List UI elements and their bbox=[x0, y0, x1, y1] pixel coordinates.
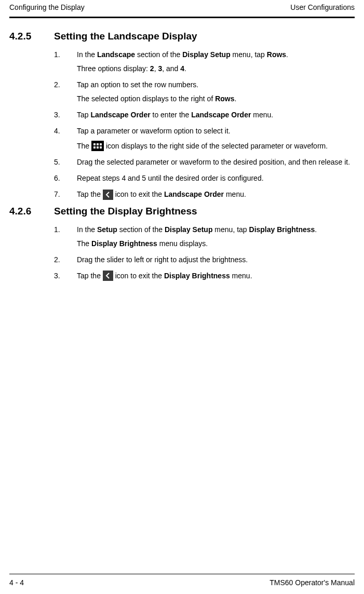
text-bold: Display Brightness bbox=[249, 225, 315, 234]
footer-manual-title: TMS60 Operator's Manual bbox=[269, 578, 355, 587]
text: icon to exit the bbox=[113, 190, 164, 198]
text: . bbox=[235, 95, 237, 103]
step-body: Tap Landscape Order to enter the Landsca… bbox=[77, 110, 355, 120]
text: menu, tap bbox=[231, 50, 267, 59]
step-7: 7. Tap the icon to exit the Landscape Or… bbox=[54, 189, 355, 200]
section-425-heading: 4.2.5 Setting the Landscape Display bbox=[9, 31, 355, 42]
text-bold: Setup bbox=[97, 225, 117, 234]
step-1: 1. In the Setup section of the Display S… bbox=[54, 224, 355, 249]
step-number: 4. bbox=[54, 126, 77, 152]
text-bold: Rows bbox=[215, 95, 234, 103]
text-bold: Display Setup bbox=[182, 50, 231, 59]
text: menu. bbox=[230, 272, 252, 280]
text-bold: 2 bbox=[150, 64, 154, 73]
text-bold: 4 bbox=[180, 64, 184, 73]
text: menu. bbox=[224, 190, 246, 198]
step-number: 5. bbox=[54, 157, 77, 168]
step-3: 3. Tap the icon to exit the Display Brig… bbox=[54, 271, 355, 281]
step-body: In the Setup section of the Display Setu… bbox=[77, 224, 355, 249]
step-2: 2. Tap an option to set the row numbers.… bbox=[54, 79, 355, 104]
text: Tap an option to set the row numbers. bbox=[77, 79, 355, 90]
section-number: 4.2.6 bbox=[9, 206, 54, 217]
step-number: 3. bbox=[54, 110, 77, 120]
section-426-heading: 4.2.6 Setting the Display Brightness bbox=[9, 206, 355, 217]
text-bold: Rows bbox=[267, 50, 286, 59]
text: Tap the bbox=[77, 190, 103, 198]
page-header: Configuring the Display User Configurati… bbox=[9, 0, 355, 17]
step-number: 2. bbox=[54, 254, 77, 265]
step-number: 6. bbox=[54, 173, 77, 184]
text: In the bbox=[77, 225, 97, 234]
text-bold: Landscape Order bbox=[164, 190, 224, 198]
svg-rect-2 bbox=[100, 143, 102, 145]
text: . bbox=[286, 50, 288, 59]
step-body: Drag the slider to left or right to adju… bbox=[77, 254, 355, 265]
text-bold: Landscape Order bbox=[191, 111, 251, 119]
text: menu displays. bbox=[157, 239, 208, 248]
step-number: 2. bbox=[54, 79, 77, 104]
text: Tap the bbox=[77, 272, 103, 280]
header-left: Configuring the Display bbox=[9, 3, 85, 11]
step-number: 7. bbox=[54, 189, 77, 200]
text: section of the bbox=[117, 225, 165, 234]
svg-rect-5 bbox=[100, 146, 102, 148]
step-3: 3. Tap Landscape Order to enter the Land… bbox=[54, 110, 355, 120]
section-title: Setting the Display Brightness bbox=[54, 206, 197, 217]
step-number: 1. bbox=[54, 49, 77, 74]
text-bold: Display Setup bbox=[165, 225, 213, 234]
text: . bbox=[184, 64, 186, 73]
step-body: Tap a parameter or waveform option to se… bbox=[77, 126, 355, 152]
text: menu. bbox=[251, 111, 273, 119]
text: Three options display: bbox=[77, 64, 150, 73]
step-body: Tap an option to set the row numbers. Th… bbox=[77, 79, 355, 104]
back-chevron-icon bbox=[103, 190, 113, 200]
text: icon displays to the right side of the s… bbox=[104, 142, 328, 150]
text-bold: Display Brightness bbox=[164, 272, 230, 280]
header-right: User Configurations bbox=[290, 3, 355, 11]
text: Repeat steps 4 and 5 until the desired o… bbox=[77, 173, 355, 184]
footer-rule bbox=[9, 574, 355, 574]
svg-rect-0 bbox=[93, 143, 96, 145]
text: , and bbox=[162, 64, 180, 73]
step-body: Tap the icon to exit the Display Brightn… bbox=[77, 271, 355, 281]
step-number: 1. bbox=[54, 224, 77, 249]
text: icon to exit the bbox=[113, 272, 164, 280]
text: Drag the selected parameter or waveform … bbox=[77, 157, 355, 168]
text: Drag the slider to left or right to adju… bbox=[77, 254, 355, 265]
header-rule bbox=[9, 17, 355, 18]
step-body: Drag the selected parameter or waveform … bbox=[77, 157, 355, 168]
text: The bbox=[77, 142, 91, 150]
svg-rect-3 bbox=[93, 146, 96, 148]
section-title: Setting the Landscape Display bbox=[54, 31, 197, 42]
text: . bbox=[315, 225, 317, 234]
step-6: 6. Repeat steps 4 and 5 until the desire… bbox=[54, 173, 355, 184]
step-body: Repeat steps 4 and 5 until the desired o… bbox=[77, 173, 355, 184]
step-4: 4. Tap a parameter or waveform option to… bbox=[54, 126, 355, 152]
text: section of the bbox=[135, 50, 182, 59]
text: Tap bbox=[77, 111, 90, 119]
step-5: 5. Drag the selected parameter or wavefo… bbox=[54, 157, 355, 168]
section-425-steps: 1. In the Landscape section of the Displ… bbox=[54, 49, 355, 200]
text: The bbox=[77, 239, 91, 248]
text: to enter the bbox=[151, 111, 192, 119]
step-1: 1. In the Landscape section of the Displ… bbox=[54, 49, 355, 74]
text-bold: Landscape Order bbox=[90, 111, 150, 119]
text-bold: Display Brightness bbox=[91, 239, 157, 248]
text: Tap a parameter or waveform option to se… bbox=[77, 126, 355, 137]
back-chevron-icon bbox=[103, 271, 113, 281]
text: In the bbox=[77, 50, 97, 59]
text-bold: Landscape bbox=[97, 50, 135, 59]
step-number: 3. bbox=[54, 271, 77, 281]
step-2: 2. Drag the slider to left or right to a… bbox=[54, 254, 355, 265]
section-426-steps: 1. In the Setup section of the Display S… bbox=[54, 224, 355, 281]
page-footer: 4 - 4 TMS60 Operator's Manual bbox=[9, 574, 355, 587]
drag-grid-icon bbox=[91, 141, 104, 151]
footer-page-number: 4 - 4 bbox=[9, 578, 24, 587]
step-body: Tap the icon to exit the Landscape Order… bbox=[77, 189, 355, 200]
svg-rect-1 bbox=[97, 143, 99, 145]
section-number: 4.2.5 bbox=[9, 31, 54, 42]
text: The selected option displays to the righ… bbox=[77, 95, 215, 103]
svg-rect-4 bbox=[97, 146, 99, 148]
step-body: In the Landscape section of the Display … bbox=[77, 49, 355, 74]
text: menu, tap bbox=[212, 225, 249, 234]
